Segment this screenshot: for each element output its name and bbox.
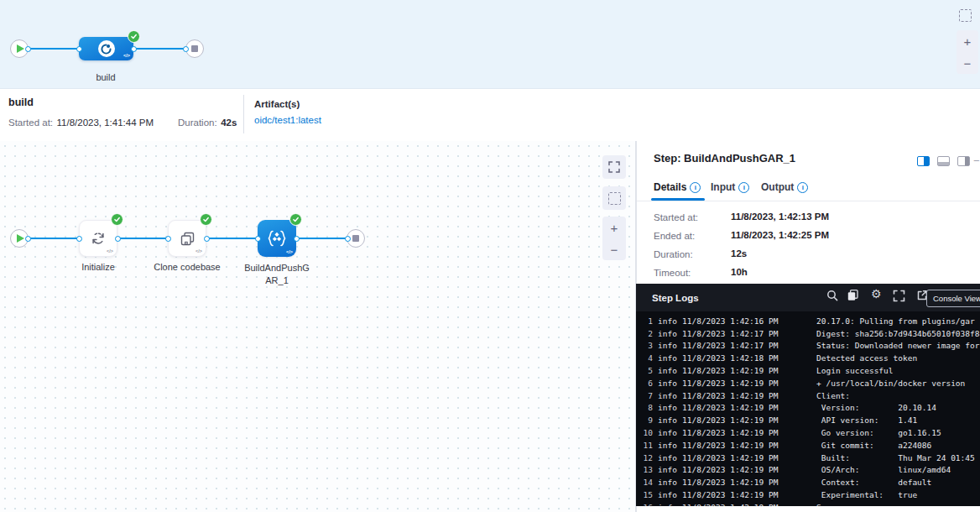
- artifacts-label: Artifact(s): [254, 99, 300, 109]
- code-icon: </>: [286, 249, 293, 254]
- connector-line: [296, 238, 347, 239]
- expand-logs-button[interactable]: [893, 290, 905, 302]
- connector-line: [28, 238, 79, 239]
- connector-port: [131, 46, 137, 52]
- zoom-out-button[interactable]: −: [964, 57, 972, 70]
- step-node-build-and-push-gar[interactable]: </>: [258, 220, 296, 257]
- stop-icon: [352, 235, 359, 242]
- connector-port: [115, 236, 121, 242]
- connector-port: [183, 46, 189, 52]
- log-line: 8info11/8/2023 1:42:19 PM Version: 20.10…: [641, 402, 980, 415]
- step-logs-console[interactable]: 1info11/8/2023 1:42:16 PM20.17.0: Pullin…: [636, 311, 980, 506]
- success-check-icon: [200, 213, 212, 226]
- copy-icon: [847, 289, 859, 301]
- connector-port: [345, 236, 351, 242]
- step-panel-title: Step: BuildAndPushGAR_1: [654, 152, 795, 165]
- zoom-controls: + −: [602, 217, 626, 260]
- play-icon: [17, 234, 24, 243]
- marquee-select-button[interactable]: [602, 186, 626, 210]
- fullscreen-icon: [893, 290, 905, 302]
- divider: [243, 95, 244, 133]
- log-line: 14info11/8/2023 1:42:19 PM Context: defa…: [641, 476, 980, 488]
- info-icon[interactable]: i: [690, 182, 701, 193]
- step-label-build-and-push-gar: BuildAndPushGAR_1: [242, 262, 312, 287]
- connector-port: [294, 236, 300, 242]
- marquee-icon: [959, 9, 972, 22]
- connector-port: [76, 236, 82, 242]
- gear-icon: ⚙: [871, 288, 882, 300]
- log-settings-button[interactable]: ⚙: [871, 288, 882, 300]
- layout-side-panel-button[interactable]: [957, 156, 970, 166]
- sync-icon: [90, 230, 107, 247]
- connector-port: [76, 46, 82, 52]
- log-line: 11info11/8/2023 1:42:19 PM Git commit: a…: [641, 439, 980, 452]
- collapse-panel-button[interactable]: −: [973, 155, 980, 166]
- log-line: 1info11/8/2023 1:42:16 PM20.17.0: Pullin…: [641, 315, 980, 327]
- detail-label: Ended at:: [654, 231, 695, 241]
- detail-value: 11/8/2023, 1:42:25 PM: [731, 230, 829, 240]
- fit-to-screen-button[interactable]: [602, 155, 626, 179]
- log-line: 6info11/8/2023 1:42:19 PM+ /usr/local/bi…: [641, 377, 980, 389]
- connector-line: [206, 238, 258, 239]
- connector-line: [117, 238, 168, 239]
- layout-right-panel-button[interactable]: [917, 156, 930, 166]
- zoom-out-button[interactable]: −: [611, 243, 618, 256]
- step-node-clone-codebase[interactable]: </>: [168, 220, 206, 257]
- search-logs-button[interactable]: [826, 290, 838, 301]
- stage-node-build[interactable]: </>: [79, 37, 133, 60]
- fullscreen-icon: [608, 161, 620, 173]
- stage-duration: Duration: 42s: [178, 114, 237, 129]
- connector-port: [255, 236, 261, 242]
- log-line: 2info11/8/2023 1:42:17 PMDigest: sha256:…: [641, 327, 980, 340]
- console-view-button[interactable]: Console View: [926, 290, 980, 307]
- code-icon: </>: [107, 248, 113, 253]
- step-label-clone-codebase: Clone codebase: [137, 262, 237, 272]
- tab-details[interactable]: Details i: [654, 181, 701, 193]
- marquee-icon: [608, 192, 621, 205]
- execution-graph-canvas[interactable]: </> </> </>: [0, 141, 636, 512]
- log-line: 12info11/8/2023 1:42:19 PM Built: Thu Ma…: [641, 452, 980, 464]
- step-logs-title: Step Logs: [652, 293, 699, 303]
- detail-label: Timeout:: [654, 268, 691, 278]
- active-tab-underline: [651, 198, 705, 201]
- info-icon[interactable]: i: [797, 182, 808, 193]
- detail-label: Duration:: [654, 249, 693, 259]
- build-stage-icon: [98, 40, 115, 57]
- zoom-in-button[interactable]: +: [964, 35, 972, 48]
- divider: [637, 201, 980, 201]
- clone-codebase-icon: [179, 230, 196, 248]
- layout-bottom-panel-button[interactable]: [937, 156, 950, 166]
- log-line: 15info11/8/2023 1:42:19 PM Experimental:…: [641, 488, 980, 501]
- info-icon[interactable]: i: [738, 182, 749, 193]
- step-label-initialize: Initialize: [65, 262, 132, 272]
- tab-input[interactable]: Input i: [711, 181, 749, 193]
- log-line: 16info11/8/2023 1:42:19 PMServer:: [641, 501, 980, 506]
- detail-value: 12s: [731, 248, 747, 259]
- detail-value: 10h: [731, 267, 748, 277]
- detail-label: Started at:: [654, 212, 698, 222]
- stop-icon: [191, 45, 198, 52]
- connector-line: [28, 48, 79, 50]
- log-line: 10info11/8/2023 1:42:19 PM Go version: g…: [641, 426, 980, 439]
- success-check-icon: [111, 213, 123, 226]
- log-line: 13info11/8/2023 1:42:19 PM OS/Arch: linu…: [641, 464, 980, 477]
- connector-port: [165, 236, 171, 242]
- success-check-icon: [289, 213, 302, 226]
- stage-graph-band: </> build + −: [0, 0, 980, 89]
- stage-info-bar: build Started at: 11/8/2023, 1:41:44 PM …: [0, 89, 980, 142]
- artifact-link[interactable]: oidc/test1:latest: [254, 115, 321, 125]
- detail-value: 11/8/2023, 1:42:13 PM: [731, 212, 829, 222]
- stage-info-title: build: [8, 97, 34, 108]
- marquee-select-button[interactable]: [955, 5, 975, 25]
- search-icon: [826, 290, 838, 301]
- log-line: 3info11/8/2023 1:42:17 PMStatus: Downloa…: [641, 340, 980, 353]
- stage-label: build: [72, 72, 139, 82]
- connector-port: [25, 46, 31, 52]
- tab-output[interactable]: Output i: [761, 181, 808, 193]
- log-line: 4info11/8/2023 1:42:18 PMDetected access…: [641, 352, 980, 364]
- success-check-icon: [128, 30, 140, 43]
- zoom-in-button[interactable]: +: [611, 222, 618, 234]
- copy-logs-button[interactable]: [847, 289, 859, 301]
- play-icon: [17, 44, 24, 53]
- step-node-initialize[interactable]: </>: [79, 220, 117, 257]
